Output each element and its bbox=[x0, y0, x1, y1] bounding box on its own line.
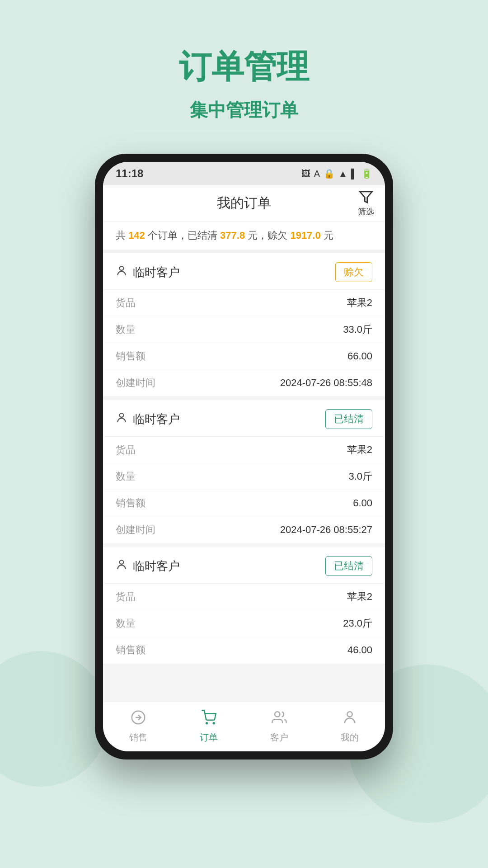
order-detail-value: 46.00 bbox=[347, 644, 372, 656]
order-detail-row: 数量23.0斤 bbox=[103, 610, 385, 637]
tab-icon-订单 bbox=[201, 710, 216, 729]
tab-icon-销售 bbox=[131, 710, 146, 729]
svg-point-5 bbox=[206, 722, 207, 724]
order-card-header: 临时客户已结清 bbox=[103, 547, 385, 584]
order-detail-label: 数量 bbox=[116, 323, 136, 336]
order-card-header: 临时客户赊欠 bbox=[103, 253, 385, 290]
tab-客户[interactable]: 客户 bbox=[244, 710, 314, 744]
order-card[interactable]: 临时客户赊欠货品苹果2数量33.0斤销售额66.00创建时间2024-07-26… bbox=[103, 253, 385, 396]
tab-label-订单: 订单 bbox=[200, 731, 218, 744]
svg-point-8 bbox=[347, 712, 352, 717]
order-card[interactable]: 临时客户已结清货品苹果2数量3.0斤销售额6.00创建时间2024-07-26 … bbox=[103, 400, 385, 543]
summary-prefix: 共 bbox=[116, 230, 126, 241]
order-detail-row: 创建时间2024-07-26 08:55:48 bbox=[103, 370, 385, 396]
svg-point-6 bbox=[213, 722, 215, 724]
settled-amount: 377.8 bbox=[220, 230, 245, 241]
customer-info: 临时客户 bbox=[116, 411, 180, 427]
order-detail-label: 货品 bbox=[116, 296, 136, 310]
tab-我的[interactable]: 我的 bbox=[314, 710, 385, 744]
svg-point-3 bbox=[120, 560, 124, 564]
battery-icon: 🔋 bbox=[361, 168, 372, 179]
svg-point-7 bbox=[275, 712, 280, 717]
tab-icon-我的 bbox=[342, 710, 357, 729]
order-detail-value: 2024-07-26 08:55:48 bbox=[280, 377, 372, 389]
status-badge: 已结清 bbox=[325, 556, 372, 576]
order-detail-label: 销售额 bbox=[116, 643, 145, 657]
lock-icon: 🔒 bbox=[324, 168, 335, 179]
order-count: 142 bbox=[128, 230, 145, 241]
order-detail-value: 苹果2 bbox=[347, 443, 372, 457]
order-detail-value: 3.0斤 bbox=[348, 470, 372, 483]
summary-suffix: 元 bbox=[324, 230, 333, 241]
svg-marker-0 bbox=[360, 192, 372, 203]
tab-label-销售: 销售 bbox=[129, 731, 147, 744]
order-detail-row: 数量3.0斤 bbox=[103, 463, 385, 490]
svg-point-1 bbox=[120, 266, 124, 270]
tab-label-客户: 客户 bbox=[270, 731, 288, 744]
order-detail-row: 销售额46.00 bbox=[103, 637, 385, 664]
page-main-title: 订单管理 bbox=[0, 45, 488, 89]
status-badge: 赊欠 bbox=[335, 262, 372, 282]
customer-name: 临时客户 bbox=[133, 558, 180, 574]
order-detail-label: 销售额 bbox=[116, 496, 145, 510]
status-bar: 11:18 🖼 A 🔒 ▲ ▌ 🔋 bbox=[103, 162, 385, 185]
page-title-area: 订单管理 集中管理订单 bbox=[0, 0, 488, 150]
order-card[interactable]: 临时客户已结清货品苹果2数量23.0斤销售额46.00 bbox=[103, 547, 385, 664]
customer-info: 临时客户 bbox=[116, 558, 180, 574]
order-detail-label: 货品 bbox=[116, 443, 136, 457]
page-sub-title: 集中管理订单 bbox=[0, 98, 488, 123]
order-detail-label: 数量 bbox=[116, 470, 136, 483]
filter-icon bbox=[359, 190, 373, 204]
order-detail-row: 销售额66.00 bbox=[103, 343, 385, 370]
app-header-title: 我的订单 bbox=[217, 194, 271, 212]
summary-mid2: 元，赊欠 bbox=[248, 230, 287, 241]
tab-bar: 销售订单客户我的 bbox=[103, 702, 385, 751]
order-detail-label: 创建时间 bbox=[116, 376, 155, 390]
order-detail-label: 数量 bbox=[116, 617, 136, 630]
summary-bar: 共 142 个订单，已结清 377.8 元，赊欠 1917.0 元 bbox=[103, 222, 385, 253]
filter-button[interactable]: 筛选 bbox=[358, 190, 374, 217]
status-badge: 已结清 bbox=[325, 409, 372, 429]
order-card-header: 临时客户已结清 bbox=[103, 400, 385, 437]
tab-label-我的: 我的 bbox=[341, 731, 359, 744]
tab-订单[interactable]: 订单 bbox=[174, 710, 244, 744]
customer-name: 临时客户 bbox=[133, 411, 180, 427]
customer-icon bbox=[116, 559, 127, 574]
order-detail-value: 23.0斤 bbox=[343, 617, 372, 630]
wifi-icon: ▲ bbox=[338, 169, 347, 179]
customer-name: 临时客户 bbox=[133, 264, 180, 280]
gallery-icon: 🖼 bbox=[301, 169, 310, 179]
order-detail-value: 66.00 bbox=[347, 350, 372, 362]
order-detail-value: 2024-07-26 08:55:27 bbox=[280, 524, 372, 536]
customer-icon bbox=[116, 412, 127, 427]
bg-decoration-left bbox=[0, 651, 108, 787]
order-detail-row: 创建时间2024-07-26 08:55:27 bbox=[103, 517, 385, 543]
order-detail-value: 苹果2 bbox=[347, 296, 372, 310]
status-time: 11:18 bbox=[116, 167, 143, 180]
order-detail-label: 销售额 bbox=[116, 349, 145, 363]
order-detail-value: 苹果2 bbox=[347, 590, 372, 604]
status-icons: 🖼 A 🔒 ▲ ▌ 🔋 bbox=[301, 168, 372, 179]
owed-amount: 1917.0 bbox=[290, 230, 320, 241]
order-detail-row: 数量33.0斤 bbox=[103, 316, 385, 343]
order-detail-label: 货品 bbox=[116, 590, 136, 604]
order-list: 临时客户赊欠货品苹果2数量33.0斤销售额66.00创建时间2024-07-26… bbox=[103, 253, 385, 702]
summary-mid1: 个订单，已结清 bbox=[148, 230, 217, 241]
order-detail-row: 销售额6.00 bbox=[103, 490, 385, 517]
svg-point-2 bbox=[120, 413, 124, 417]
phone-mockup: 11:18 🖼 A 🔒 ▲ ▌ 🔋 我的订单 筛选 共 142 bbox=[95, 154, 393, 760]
customer-info: 临时客户 bbox=[116, 264, 180, 280]
phone-screen: 11:18 🖼 A 🔒 ▲ ▌ 🔋 我的订单 筛选 共 142 bbox=[103, 162, 385, 751]
order-detail-label: 创建时间 bbox=[116, 523, 155, 537]
order-detail-row: 货品苹果2 bbox=[103, 584, 385, 610]
signal-icon: ▌ bbox=[351, 169, 357, 179]
app-header: 我的订单 筛选 bbox=[103, 185, 385, 222]
tab-icon-客户 bbox=[272, 710, 287, 729]
order-detail-value: 33.0斤 bbox=[343, 323, 372, 336]
order-detail-row: 货品苹果2 bbox=[103, 437, 385, 463]
text-icon: A bbox=[314, 169, 320, 179]
customer-icon bbox=[116, 265, 127, 280]
tab-销售[interactable]: 销售 bbox=[103, 710, 174, 744]
filter-label: 筛选 bbox=[358, 206, 374, 217]
order-detail-value: 6.00 bbox=[353, 497, 372, 509]
